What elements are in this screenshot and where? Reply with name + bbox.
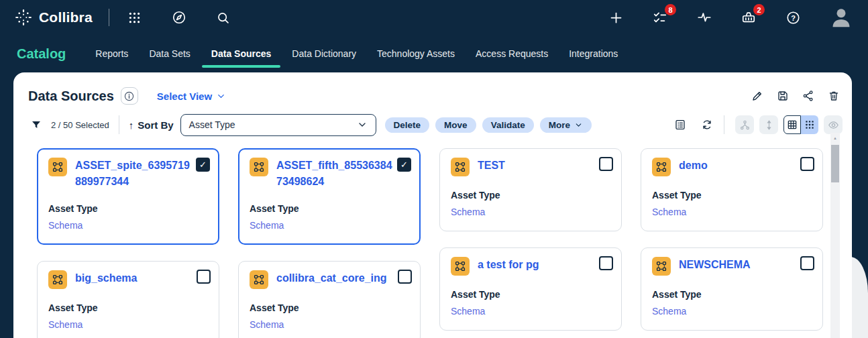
share-view-button[interactable] [802, 90, 814, 102]
schema-asset-icon [250, 270, 268, 289]
asset-type-value-link[interactable]: Schema [250, 220, 409, 231]
hierarchy-view-button [735, 115, 754, 134]
asset-title-link[interactable]: ASSET_fifth_8553638473498624 [276, 158, 409, 190]
asset-card[interactable]: ✓ ASSET_fifth_8553638473498624 Asset Typ… [238, 148, 421, 245]
asset-type-value-link[interactable]: Schema [48, 319, 208, 330]
tools-divider [724, 115, 724, 134]
browse-button[interactable] [171, 9, 187, 25]
expand-rows-button [759, 115, 778, 134]
info-button[interactable] [121, 87, 138, 105]
validate-button[interactable]: Validate [482, 117, 534, 133]
activity-button[interactable] [696, 9, 712, 25]
sort-field-select[interactable]: Asset Type [180, 114, 376, 136]
card-column: ✓ ASSET_fifth_8553638473498624 Asset Typ… [238, 148, 421, 338]
tab-data-dictionary[interactable]: Data Dictionary [292, 35, 356, 72]
tile-grid-icon [804, 119, 815, 130]
apps-menu-button[interactable] [127, 9, 143, 25]
toolbar: 2 / 50 Selected ↑ Sort By Asset Type Del… [13, 113, 852, 136]
sort-direction-toggle[interactable]: ↑ [129, 119, 134, 131]
asset-type-value-link[interactable]: Schema [451, 207, 610, 217]
create-button[interactable] [608, 9, 624, 25]
tab-data-sources[interactable]: Data Sources [211, 35, 271, 72]
asset-card[interactable]: TEST Asset Type Schema [439, 148, 622, 231]
top-bar: Collibra 8 2 [0, 0, 868, 35]
move-button[interactable]: Move [435, 117, 476, 133]
asset-card[interactable]: demo Asset Type Schema [641, 148, 823, 231]
asset-title-link[interactable]: big_schema [75, 270, 137, 286]
hierarchy-icon [739, 119, 751, 131]
card-checkbox-unchecked[interactable] [800, 256, 814, 270]
card-checkbox-unchecked[interactable] [800, 157, 814, 171]
asset-title-link[interactable]: ASSET_spite_6395719889977344 [75, 158, 208, 190]
eye-icon [828, 119, 839, 131]
card-checkbox-checked[interactable]: ✓ [196, 158, 210, 172]
asset-type-label: Asset Type [48, 302, 208, 313]
vertical-scrollbar[interactable]: ▲ [830, 133, 840, 338]
card-checkbox-unchecked[interactable] [398, 270, 412, 284]
card-checkbox-unchecked[interactable] [599, 256, 613, 270]
asset-title-link[interactable]: NEWSCHEMA [679, 257, 751, 273]
basket-badge: 2 [753, 4, 765, 15]
tab-integrations[interactable]: Integrations [569, 35, 618, 72]
chevron-down-icon [357, 119, 368, 130]
schema-asset-icon [451, 158, 470, 176]
select-view-label: Select View [157, 91, 212, 102]
asset-card[interactable]: big_schema Asset Type Schema [37, 261, 219, 338]
filter-button[interactable] [31, 119, 42, 130]
asset-type-value-link[interactable]: Schema [451, 306, 610, 317]
person-icon [830, 6, 853, 29]
compass-icon [172, 10, 186, 25]
asset-title-link[interactable]: demo [679, 158, 708, 174]
search-button[interactable] [215, 9, 231, 25]
refresh-button[interactable] [701, 119, 713, 131]
plus-icon [609, 11, 623, 25]
basket-button[interactable]: 2 [741, 9, 757, 25]
tile-view-button[interactable] [801, 115, 818, 134]
delete-view-button[interactable] [828, 90, 840, 102]
topbar-divider [109, 9, 109, 26]
asset-type-label: Asset Type [250, 203, 409, 214]
toolbar-divider [119, 115, 119, 134]
user-avatar[interactable] [829, 5, 853, 30]
help-button[interactable] [785, 9, 801, 25]
save-view-button[interactable] [777, 90, 789, 102]
tab-reports[interactable]: Reports [95, 35, 128, 72]
report-button[interactable] [674, 119, 686, 131]
more-actions-button[interactable]: More [540, 117, 592, 133]
info-icon [123, 91, 135, 102]
schema-asset-icon [250, 158, 268, 176]
asset-type-label: Asset Type [48, 203, 208, 214]
card-checkbox-unchecked[interactable] [599, 157, 613, 171]
view-tools [674, 115, 843, 134]
card-column: demo Asset Type Schema NEWSCHEMA Asset T… [641, 148, 823, 331]
tasks-badge: 8 [665, 4, 676, 15]
tab-data-sets[interactable]: Data Sets [149, 35, 190, 72]
card-column: ✓ ASSET_spite_6395719889977344 Asset Typ… [37, 148, 219, 338]
asset-title-link[interactable]: collibra_cat_core_ing [276, 270, 387, 286]
asset-type-value-link[interactable]: Schema [652, 306, 812, 317]
card-checkbox-unchecked[interactable] [197, 270, 211, 284]
scroll-up-arrow[interactable]: ▲ [830, 133, 840, 140]
scrollbar-thumb[interactable] [831, 145, 839, 182]
asset-type-value-link[interactable]: Schema [48, 220, 208, 231]
edit-view-button[interactable] [751, 90, 763, 102]
collibra-brand[interactable]: Collibra [15, 9, 93, 26]
asset-card[interactable]: collibra_cat_core_ing Asset Type Schema [238, 261, 421, 338]
tab-technology-assets[interactable]: Technology Assets [377, 35, 455, 72]
asset-type-label: Asset Type [652, 289, 812, 300]
chevron-down-icon [574, 121, 583, 129]
schema-asset-icon [451, 257, 470, 276]
table-view-button[interactable] [783, 115, 801, 134]
asset-title-link[interactable]: a test for pg [478, 257, 539, 273]
tasks-button[interactable]: 8 [652, 9, 668, 25]
asset-type-value-link[interactable]: Schema [652, 207, 812, 217]
select-view-dropdown[interactable]: Select View [157, 91, 226, 102]
delete-button[interactable]: Delete [385, 117, 430, 133]
asset-title-link[interactable]: TEST [478, 158, 505, 174]
card-checkbox-checked[interactable]: ✓ [397, 158, 411, 172]
asset-card[interactable]: NEWSCHEMA Asset Type Schema [641, 247, 823, 331]
asset-type-value-link[interactable]: Schema [250, 319, 409, 330]
asset-card[interactable]: a test for pg Asset Type Schema [439, 247, 622, 331]
tab-access-requests[interactable]: Access Requests [476, 35, 548, 72]
asset-card[interactable]: ✓ ASSET_spite_6395719889977344 Asset Typ… [37, 148, 219, 245]
